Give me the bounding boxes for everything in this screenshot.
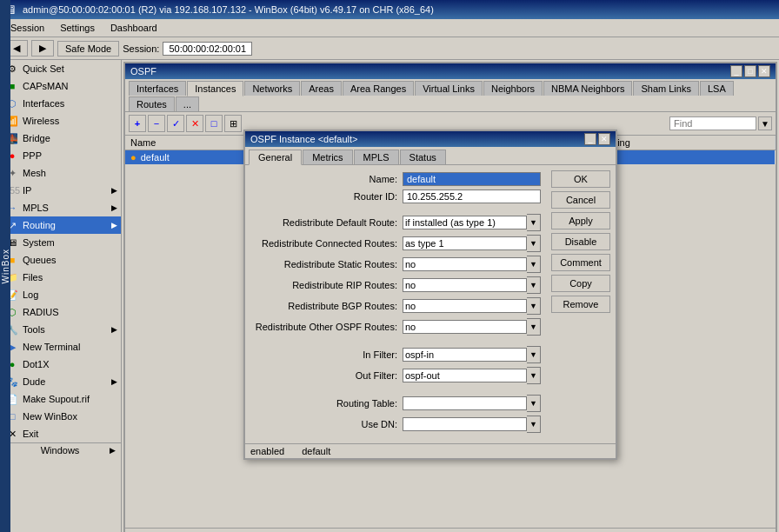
redist-rip-arrow[interactable]: ▼ [527,276,541,294]
ospf-close-btn[interactable]: ✕ [758,65,770,77]
add-btn[interactable]: + [129,115,146,132]
menu-session[interactable]: Session [3,21,51,35]
redist-static-arrow[interactable]: ▼ [527,256,541,273]
dialog-minimize-btn[interactable]: _ [584,133,596,145]
sidebar-item-radius[interactable]: ⬡ RADIUS [0,303,121,321]
router-id-input[interactable] [403,190,541,203]
dialog-status-left: enabled [250,446,284,456]
copy-button[interactable]: Copy [551,275,610,292]
copy-btn[interactable]: □ [205,115,223,132]
sidebar-label-capsman: CAPsMAN [23,81,69,91]
sidebar-item-tools[interactable]: 🔧 Tools ▶ [0,321,121,338]
sidebar-item-terminal[interactable]: ▶ New Terminal [0,338,121,356]
dialog-tab-status[interactable]: Status [400,150,446,164]
in-filter-select[interactable]: ospf-in [403,348,527,362]
remove-button[interactable]: Remove [551,296,610,313]
menu-settings[interactable]: Settings [53,21,102,35]
remove-btn[interactable]: − [148,115,165,132]
sidebar-item-routing[interactable]: ↗ Routing ▶ [0,216,121,234]
sidebar-item-system[interactable]: 🖥 System [0,234,121,251]
sidebar-item-queues[interactable]: ■ Queues [0,251,121,269]
redist-connected-select[interactable]: as type 1 [403,236,527,250]
ok-button[interactable]: OK [551,170,610,188]
sidebar-item-bridge[interactable]: 🌉 Bridge [0,130,121,147]
sidebar-item-newwinbox[interactable]: □ New WinBox [0,408,121,425]
sidebar-item-files[interactable]: 📁 Files [0,269,121,286]
redist-bgp-select[interactable]: no [403,299,527,313]
out-filter-select-row: ospf-out ▼ [403,367,541,384]
redist-default-select[interactable]: if installed (as type 1) [403,216,527,229]
use-dn-select[interactable] [403,417,527,431]
name-input[interactable] [403,172,541,186]
sidebar-item-mpls[interactable]: → MPLS ▶ [0,199,121,216]
redist-connected-arrow[interactable]: ▼ [527,235,541,252]
tab-routes[interactable]: Routes [129,96,175,111]
tab-sham-links[interactable]: Sham Links [633,81,698,96]
use-dn-label: Use DN: [250,419,403,429]
apply-button[interactable]: Apply [551,212,610,229]
in-filter-arrow[interactable]: ▼ [527,346,541,363]
use-dn-arrow[interactable]: ▼ [527,416,541,433]
routing-table-select[interactable] [403,396,527,410]
sidebar-item-capsman[interactable]: ■ CAPsMAN [0,77,121,95]
tab-interfaces[interactable]: Interfaces [129,81,186,96]
disable-btn[interactable]: ✕ [186,115,203,132]
sidebar-item-log[interactable]: 📝 Log [0,286,121,303]
tab-areas[interactable]: Areas [301,81,342,96]
ospf-minimize-btn[interactable]: _ [730,65,742,77]
dialog-close-btn[interactable]: ✕ [598,133,610,145]
redist-default-arrow[interactable]: ▼ [527,214,541,231]
tab-nbma-neighbors[interactable]: NBMA Neighbors [543,81,632,96]
dialog-title-buttons: _ ✕ [584,133,610,145]
sidebar-label-queues: Queues [23,255,57,265]
out-filter-select[interactable]: ospf-out [403,369,527,382]
comment-button[interactable]: Comment [551,254,610,271]
sidebar-item-ppp[interactable]: ● PPP [0,147,121,164]
redist-other-arrow[interactable]: ▼ [527,318,541,336]
forward-button[interactable]: ▶ [31,40,54,57]
sidebar-item-interfaces[interactable]: ⬡ Interfaces [0,95,121,112]
sidebar-item-supout[interactable]: 📄 Make Supout.rif [0,390,121,408]
enable-btn[interactable]: ✓ [167,115,184,132]
tab-area-ranges[interactable]: Area Ranges [343,81,414,96]
sidebar-item-mesh[interactable]: ✦ Mesh [0,164,121,182]
redist-static-select[interactable]: no [403,257,527,271]
dialog-overlay: OSPF Instance <default> _ ✕ General Metr… [243,130,617,460]
tab-neighbors[interactable]: Neighbors [483,81,543,96]
sidebar-label-log: Log [23,289,38,300]
sidebar-item-wireless[interactable]: 📶 Wireless [0,112,121,130]
routing-table-arrow[interactable]: ▼ [527,395,541,412]
tab-virtual-links[interactable]: Virtual Links [415,81,483,96]
cancel-button[interactable]: Cancel [551,191,610,209]
tab-networks[interactable]: Networks [244,81,300,96]
sidebar-item-dude[interactable]: 🐾 Dude ▶ [0,373,121,390]
tab-instances[interactable]: Instances [187,81,243,96]
ospf-maximize-btn[interactable]: □ [744,65,756,77]
redist-bgp-arrow[interactable]: ▼ [527,297,541,315]
redist-bgp-label: Redistribute BGP Routes: [250,301,403,311]
filter-btn[interactable]: ⊞ [224,115,242,132]
find-arrow[interactable]: ▼ [758,116,772,130]
out-filter-label: Out Filter: [250,370,403,381]
find-input[interactable] [669,116,756,130]
redist-rip-select[interactable]: no [403,278,527,292]
dialog-tab-metrics[interactable]: Metrics [303,150,352,164]
out-filter-arrow[interactable]: ▼ [527,367,541,384]
redist-rip-row: Redistribute RIP Routes: no ▼ [250,276,541,294]
sidebar-item-dot1x[interactable]: ● Dot1X [0,356,121,373]
menu-dashboard[interactable]: Dashboard [103,21,164,35]
disable-button[interactable]: Disable [551,233,610,250]
name-row: Name: [250,172,541,186]
windows-section[interactable]: ■ Windows ▶ [0,442,121,457]
safemode-button[interactable]: Safe Mode [57,41,119,57]
sidebar-label-quickset: Quick Set [23,63,64,74]
tab-more[interactable]: ... [176,96,199,111]
dialog-tab-mpls[interactable]: MPLS [354,150,399,164]
dialog-tab-general[interactable]: General [249,150,302,165]
tab-lsa[interactable]: LSA [700,81,734,96]
sidebar-item-quickset[interactable]: ⚙ Quick Set [0,60,121,77]
redist-bgp-select-row: no ▼ [403,297,541,315]
sidebar-item-ip[interactable]: 255 IP ▶ [0,182,121,199]
redist-other-select[interactable]: no [403,320,527,334]
sidebar-item-exit[interactable]: ✕ Exit [0,425,121,442]
